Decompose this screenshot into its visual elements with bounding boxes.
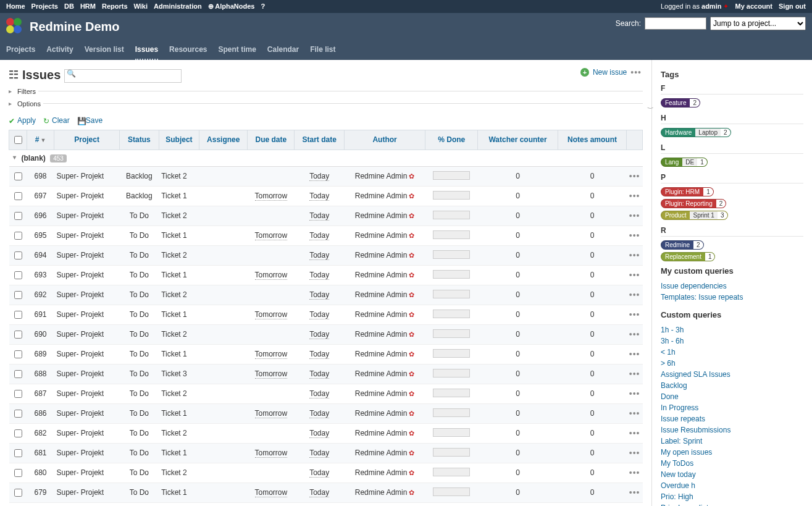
user-link[interactable]: admin — [701, 2, 721, 10]
row-actions-icon[interactable]: ••• — [629, 329, 640, 339]
subject-link[interactable]: Ticket 1 — [161, 350, 187, 358]
project-link[interactable]: Super- Projekt — [57, 429, 104, 437]
subject-link[interactable]: Ticket 2 — [161, 389, 187, 398]
help-link[interactable]: ? — [261, 2, 265, 10]
row-actions-icon[interactable]: ••• — [629, 487, 640, 497]
table-row[interactable]: 680 Super- Projekt To Do Ticket 2 Today … — [9, 463, 643, 483]
tag[interactable]: HardwareLaptop2 — [661, 128, 731, 137]
col-due-date[interactable]: Due date — [256, 135, 287, 144]
row-actions-icon[interactable]: ••• — [629, 250, 640, 260]
issue-id-link[interactable]: 691 — [34, 310, 46, 319]
sign-out-link[interactable]: Sign out — [779, 2, 806, 10]
main-menu-item[interactable]: Spent time — [218, 41, 256, 59]
main-menu-item[interactable]: Activity — [46, 41, 73, 59]
row-actions-icon[interactable]: ••• — [629, 389, 640, 398]
project-link[interactable]: Super- Projekt — [57, 330, 104, 339]
project-link[interactable]: Super- Projekt — [57, 369, 104, 378]
author-link[interactable]: Redmine Admin — [355, 369, 408, 378]
table-row[interactable]: 691 Super- Projekt To Do Ticket 1 Tomorr… — [9, 305, 643, 324]
subject-link[interactable]: Ticket 2 — [161, 251, 187, 259]
query-link[interactable]: My ToDos — [661, 459, 693, 468]
table-row[interactable]: 690 Super- Projekt To Do Ticket 2 Today … — [9, 324, 643, 344]
subject-link[interactable]: Ticket 2 — [161, 290, 187, 299]
col-project[interactable]: Project — [74, 135, 99, 144]
row-checkbox[interactable] — [14, 489, 22, 497]
subject-link[interactable]: Ticket 2 — [161, 211, 187, 220]
table-row[interactable]: 692 Super- Projekt To Do Ticket 2 Today … — [9, 285, 643, 305]
top-link[interactable]: Administration — [154, 2, 202, 10]
author-link[interactable]: Redmine Admin — [355, 409, 408, 418]
search-input[interactable] — [645, 17, 706, 30]
row-checkbox[interactable] — [14, 212, 22, 220]
actions-menu-icon[interactable]: ••• — [630, 67, 642, 77]
row-checkbox[interactable] — [14, 271, 22, 279]
top-link[interactable]: Projects — [31, 2, 58, 10]
query-link[interactable]: Overdue h — [661, 481, 695, 490]
row-checkbox[interactable] — [14, 429, 22, 437]
row-checkbox[interactable] — [14, 232, 22, 240]
project-link[interactable]: Super- Projekt — [57, 271, 104, 279]
issue-id-link[interactable]: 692 — [34, 290, 46, 299]
project-link[interactable]: Super- Projekt — [57, 172, 104, 180]
row-actions-icon[interactable]: ••• — [629, 191, 640, 201]
row-checkbox[interactable] — [14, 469, 22, 477]
project-link[interactable]: Super- Projekt — [57, 468, 104, 477]
issue-id-link[interactable]: 680 — [34, 468, 46, 477]
query-link[interactable]: Assigned SLA Issues — [661, 370, 730, 379]
col-assignee[interactable]: Assignee — [207, 135, 240, 144]
author-link[interactable]: Redmine Admin — [355, 488, 408, 497]
table-row[interactable]: 682 Super- Projekt To Do Ticket 2 Today … — [9, 423, 643, 443]
query-link[interactable]: > 6h — [661, 359, 676, 368]
author-link[interactable]: Redmine Admin — [355, 251, 408, 259]
query-link[interactable]: Done — [661, 392, 679, 401]
table-row[interactable]: 687 Super- Projekt To Do Ticket 2 Today … — [9, 384, 643, 403]
author-link[interactable]: Redmine Admin — [355, 290, 408, 299]
query-link[interactable]: < 1h — [661, 348, 676, 356]
issue-id-link[interactable]: 687 — [34, 389, 46, 398]
query-link[interactable]: 1h - 3h — [661, 326, 684, 334]
row-checkbox[interactable] — [14, 331, 22, 339]
issue-id-link[interactable]: 695 — [34, 231, 46, 240]
subject-link[interactable]: Ticket 1 — [161, 231, 187, 240]
row-checkbox[interactable] — [14, 350, 22, 358]
row-checkbox[interactable] — [14, 449, 22, 457]
select-all-checkbox[interactable] — [14, 136, 22, 144]
main-menu-item[interactable]: Projects — [6, 41, 35, 59]
main-menu-item[interactable]: Version list — [85, 41, 124, 59]
issue-id-link[interactable]: 690 — [34, 330, 46, 339]
author-link[interactable]: Redmine Admin — [355, 211, 408, 220]
project-jump[interactable]: Jump to a project... — [710, 17, 806, 30]
row-actions-icon[interactable]: ••• — [629, 468, 640, 478]
table-row[interactable]: 697 Super- Projekt Backlog Ticket 1 Tomo… — [9, 186, 643, 206]
query-link[interactable]: In Progress — [661, 403, 698, 412]
row-checkbox[interactable] — [14, 390, 22, 398]
row-checkbox[interactable] — [14, 192, 22, 200]
project-link[interactable]: Super- Projekt — [57, 488, 104, 497]
table-row[interactable]: 694 Super- Projekt To Do Ticket 2 Today … — [9, 245, 643, 265]
top-link[interactable]: Reports — [102, 2, 128, 10]
author-link[interactable]: Redmine Admin — [355, 449, 408, 457]
filters-fieldset[interactable]: Filters — [9, 88, 643, 100]
tag[interactable]: LangDE1 — [661, 158, 708, 167]
issue-id-link[interactable]: 688 — [34, 369, 46, 378]
author-link[interactable]: Redmine Admin — [355, 172, 408, 180]
query-link[interactable]: 3h - 6h — [661, 337, 684, 345]
tag[interactable]: Replacement1 — [661, 252, 715, 261]
author-link[interactable]: Redmine Admin — [355, 429, 408, 437]
table-row[interactable]: 698 Super- Projekt Backlog Ticket 2 Toda… — [9, 166, 643, 186]
tag[interactable]: ProductSprint 13 — [661, 211, 728, 220]
table-row[interactable]: 696 Super- Projekt To Do Ticket 2 Today … — [9, 206, 643, 226]
author-link[interactable]: Redmine Admin — [355, 192, 408, 200]
tag[interactable]: Redmine2 — [661, 240, 704, 250]
query-link[interactable]: Label: Sprint — [661, 437, 702, 445]
apply-link[interactable]: ✔Apply — [9, 116, 36, 125]
author-link[interactable]: Redmine Admin — [355, 389, 408, 398]
row-checkbox[interactable] — [14, 172, 22, 180]
new-issue-link[interactable]: New issue — [593, 68, 627, 77]
row-actions-icon[interactable]: ••• — [629, 349, 640, 359]
subject-link[interactable]: Ticket 1 — [161, 271, 187, 279]
alphanodes-link[interactable]: ⊕ AlphaNodes — [208, 2, 255, 10]
filters-legend[interactable]: Filters — [9, 88, 38, 95]
subject-link[interactable]: Ticket 1 — [161, 409, 187, 418]
main-menu-item[interactable]: Calendar — [267, 41, 299, 59]
